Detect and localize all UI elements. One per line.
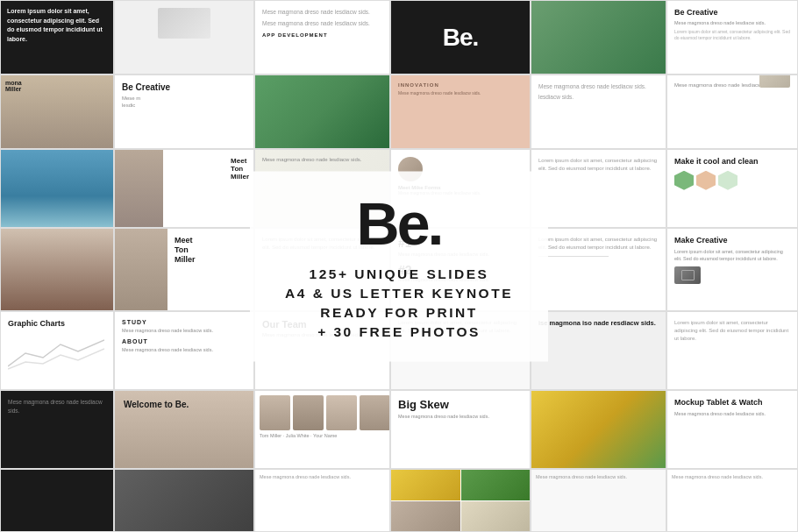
slide-dark-magmona: Mese magmona dreso nade lesdiacw sids. [0,390,114,469]
slide-ise-magmona: ise magmona iso nade resdiacw sids. [531,311,666,390]
mockup-body: Mese magmona dreso nade lesdiacw sids. [674,411,790,416]
big-skew-subtitle: Mese magmona dreso nade lesdiacw sids. [398,414,523,421]
mockup-title: Mockup Tablet & Watch [674,398,790,408]
slide-mockup: Mockup Tablet & Watch Mese magmona dreso… [666,390,798,469]
slide-peach: INNOVATION Mese magmona dreso nade lesdi… [390,74,531,149]
slide-mese-magmona: Mese magmona dreso nade lesdiacw sids. l… [531,74,666,149]
peach-body: Mese magmona dreso nade lesdiacw sids. [398,90,523,96]
slide-make-cool: Make it cool and clean [666,149,798,228]
feature-1: 125+ UNIQUE SLIDES [281,266,517,281]
innovation-text: INNOVATION [398,82,523,88]
slide-white-minimal-right: Lorem ipsum dolor sit amet, consectetur … [666,311,798,390]
feature-2: A4 & US LETTER KEYNOTE [281,285,517,301]
slide-fashion-person [0,228,114,311]
meet-tom-label: MeetTonMiller [231,157,249,181]
be-creative-body-1: Lorem ipsum dolor sit amet, consectetur … [674,29,790,41]
slide-graphic-charts: Graphic Charts [0,311,114,390]
slide-white-shapes: Mese magmona dreso nade lesdiacw sids. [666,74,798,149]
slide-person-photo-1: monaMiller [0,74,114,149]
slide-study-about: STUDY Mese magmona dreso nade lesdiacw s… [114,311,254,390]
slide-dark-bottom-1 [0,469,114,532]
study-label: STUDY [122,319,246,325]
be-creative-subtitle-1: Mese magmona dreso nade lesdiacw sids. [674,19,790,26]
slide-plant-photo [254,74,390,149]
main-container: Lorem ipsum dolor sit amet, consectetur … [0,0,798,532]
mese-text-2: lesdiacw sids. [538,93,659,102]
tom-miller-title: MeetTonMiller [175,236,246,264]
welcome-title: Welcome to Be. [124,400,245,410]
make-cool-title: Make it cool and clean [674,157,790,167]
minimal-text: Lorem ipsum dolor sit amet, consectetur … [538,157,659,173]
white-bottom-right-text: Mese magmona dreso nade lesdiacw sids. [667,470,797,484]
slide-cell-1: Lorem ipsum dolor sit amet, consectetur … [0,0,114,74]
slide-big-skew: Big Skew Mese magmona dreso nade lesdiac… [390,390,531,469]
make-creative-body: Lorem ipsum dolor sit amet, consectetur … [674,249,790,262]
slide-minimal-2: Lorem ipsum dolor sit amet, consectetur … [531,228,666,311]
minimal-bottom-text: Mese magmona dreso nade lesdiacw sids. [531,470,666,484]
minimal-2-text: Lorem ipsum dolor sit amet, consectetur … [538,236,659,252]
center-overlay: Be. 125+ UNIQUE SLIDES A4 & US LETTER KE… [250,171,548,361]
about-body: Mese magmona dreso nade lesdiacw sids. [122,347,246,352]
white-bottom-text: Mese magmona dreso nade lesdiacw sids. [255,470,389,484]
slide-cell-5 [531,0,666,74]
slide-pineapple-bottom [390,469,531,532]
be-creative-subtitle-main: Mese mlesdic [122,95,246,110]
main-logo: Be. [281,193,517,252]
team-names: Tom Miller · Julia White · Your Name [260,433,385,438]
slide-dark-text: Lorem ipsum dolor sit amet, consectetur … [7,7,107,44]
slide-lorem-1: Mese magmona dreso nade lesdiacw sids. [262,8,382,17]
ise-magmona-text: ise magmona iso nade resdiacw sids. [538,319,659,328]
slide-minimal-bottom: Mese magmona dreso nade lesdiacw sids. [531,469,666,532]
slide-teal-photo [0,149,114,228]
be-creative-title-main: Be Creative [122,82,246,92]
study-body: Mese magmona dreso nade lesdiacw sids. [122,328,246,333]
app-dev-label: APP DEVELOPMENT [262,32,382,38]
graphic-charts-title: Graphic Charts [8,319,106,329]
laptop-text [115,470,253,479]
slide-be-creative-main: Be Creative Mese mlesdic [114,74,254,149]
slide-make-creative: Make Creative Lorem ipsum dolor sit amet… [666,228,798,311]
about-label: ABOUT [122,338,246,344]
slide-pineapple [531,390,666,469]
slide-laptop-photo [114,469,254,532]
be-logo-dark: Be. [443,24,479,52]
slide-cell-2 [114,0,254,74]
slide-person-floral: MeetTonMiller [114,149,254,228]
slide-tom-miller: MeetTonMiller [114,228,254,311]
slide-cell-4: Be. [390,0,531,74]
floral-text: Mese magmona dreso nade lesdiacw sids. [255,150,389,169]
slide-cell-3: Mese magmona dreso nade lesdiacw sids. M… [254,0,390,74]
feature-4: + 30 FREE PHOTOS [281,323,517,339]
fashion-label [1,229,113,238]
slide-cell-be-creative-right: Be Creative Mese magmona dreso nade lesd… [666,0,798,74]
slide-white-bottom-right: Mese magmona dreso nade lesdiacw sids. [666,469,798,532]
slide-welcome: Welcome to Be. [114,390,254,469]
mese-text-1: Mese magmona dreso nade lesdiacw sids. [538,82,659,91]
slide-minimal-white: Lorem ipsum dolor sit amet, consectetur … [531,149,666,228]
slide-lorem-2: Mese magmona dreso nade lesdiacw sids. [262,19,382,28]
dark-magmona-text: Mese magmona dreso nade lesdiacw sids. [8,398,106,415]
white-minimal-right-text: Lorem ipsum dolor sit amet, consectetur … [674,319,790,343]
feature-3: READY FOR PRINT [281,304,517,320]
be-creative-title-1: Be Creative [674,8,790,17]
make-creative-title: Make Creative [674,236,790,245]
mona-miller-label: monaMiller [5,80,109,92]
big-skew-title: Big Skew [398,398,523,411]
slide-team-photos: Tom Miller · Julia White · Your Name [254,390,390,469]
slide-white-bottom: Mese magmona dreso nade lesdiacw sids. [254,469,390,532]
